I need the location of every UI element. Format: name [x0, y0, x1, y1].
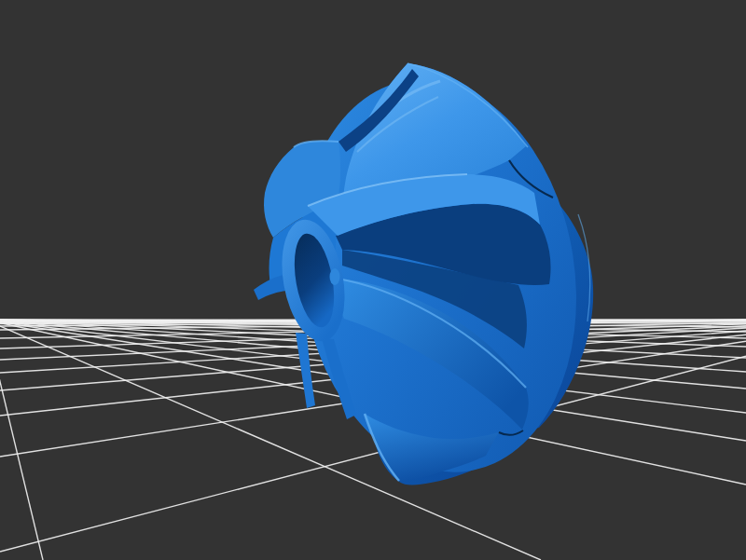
impeller-model[interactable] [0, 0, 746, 560]
impeller-center-boss [330, 268, 340, 285]
3d-viewport[interactable] [0, 0, 746, 560]
impeller-leg-1 [296, 333, 315, 408]
